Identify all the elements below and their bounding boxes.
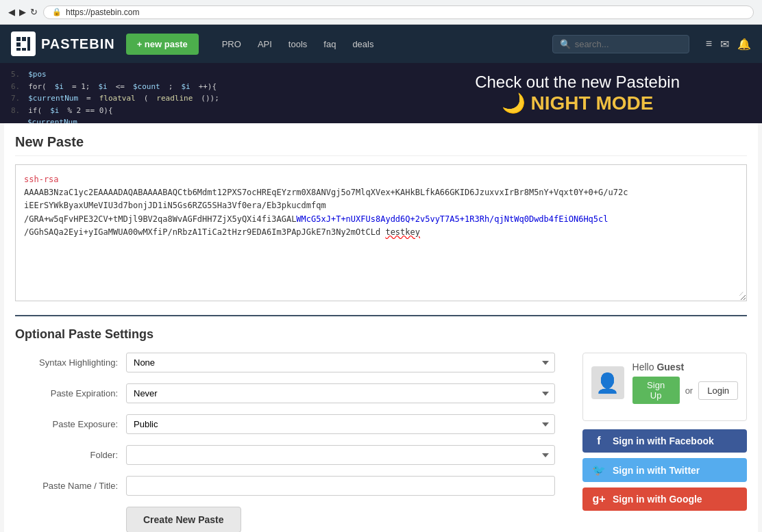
settings-right: 👤 Hello Guest Sign Up or Login <box>582 353 747 532</box>
username: Guest <box>656 362 684 372</box>
new-paste-button[interactable]: + new paste <box>126 34 199 55</box>
nav-tools[interactable]: tools <box>282 36 314 52</box>
or-text: or <box>685 385 693 396</box>
nav-api[interactable]: API <box>251 36 279 52</box>
page-title: New Paste <box>15 134 747 156</box>
expiration-label: Paste Expiration: <box>15 388 118 398</box>
browser-navigation: ◀ ▶ ↻ <box>8 7 38 17</box>
code-content-line2: iEErSYWkByaxUMeVIU3d7bonjJD1iN5Gs6RZG5SH… <box>24 201 326 210</box>
nav-links: PRO API tools faq deals <box>215 36 381 52</box>
folder-label: Folder: <box>15 450 118 460</box>
user-info: Hello Guest Sign Up or Login <box>632 362 738 404</box>
twitter-signin-button[interactable]: 🐦 Sign in with Twitter <box>582 458 747 482</box>
svg-rect-6 <box>22 48 26 51</box>
name-label: Paste Name / Title: <box>15 481 118 491</box>
folder-select[interactable] <box>126 445 555 465</box>
code-content-line4: /GGhSAQa2Eyi+yIGaMWUA00wMXfiP/nRbzA1TiCa… <box>24 227 380 237</box>
code-content-line1: AAAAB3NzaC1yc2EAAAADAQABAAAABAQCtb6Mdmt1… <box>24 188 628 197</box>
google-signin-button[interactable]: g+ Sign in with Google <box>582 487 747 511</box>
browser-bar: ◀ ▶ ↻ 🔒 https://pastebin.com <box>0 0 762 25</box>
code-testkey: testkey <box>385 227 420 237</box>
facebook-signin-button[interactable]: f Sign in with Facebook <box>582 429 747 453</box>
twitter-icon: 🐦 <box>592 464 606 477</box>
settings-layout: Syntax Highlighting: None Paste Expirati… <box>15 353 747 532</box>
syntax-label: Syntax Highlighting: <box>15 357 118 368</box>
logo[interactable]: PASTEBIN <box>11 31 115 56</box>
menu-icon[interactable]: ≡ <box>706 38 712 50</box>
expiration-select[interactable]: Never <box>126 383 555 403</box>
code-content-line3: /GRA+w5qFvHPE32CV+tMDjl9BV2qa8WvAGFdHH7Z… <box>24 214 296 224</box>
name-input[interactable] <box>126 476 555 496</box>
logo-text: PASTEBIN <box>41 36 115 52</box>
exposure-label: Paste Exposure: <box>15 419 118 429</box>
search-box[interactable]: 🔍 <box>552 35 689 53</box>
url-text: https://pastebin.com <box>66 8 139 17</box>
svg-rect-5 <box>16 48 21 51</box>
nav-faq[interactable]: faq <box>317 36 343 52</box>
expiration-row: Paste Expiration: Never <box>15 383 555 403</box>
top-nav: PASTEBIN + new paste PRO API tools faq d… <box>0 25 762 63</box>
mail-icon[interactable]: ✉ <box>720 38 729 51</box>
svg-rect-2 <box>22 37 26 41</box>
svg-rect-1 <box>16 37 21 41</box>
main-content: New Paste ssh-rsa AAAAB3NzaC1yc2EAAAADAQ… <box>4 123 758 532</box>
exposure-select[interactable]: Public <box>126 414 555 434</box>
create-paste-button[interactable]: Create New Paste <box>126 507 241 532</box>
syntax-select[interactable]: None <box>126 353 555 372</box>
code-keyword: ssh-rsa <box>24 175 59 184</box>
exposure-row: Paste Exposure: Public <box>15 414 555 434</box>
hello-text: Hello Guest <box>632 362 738 372</box>
facebook-icon: f <box>592 435 606 447</box>
settings-title: Optional Paste Settings <box>15 327 747 342</box>
search-icon: 🔍 <box>560 39 571 49</box>
svg-rect-7 <box>27 37 30 51</box>
avatar: 👤 <box>591 366 624 399</box>
ssl-lock-icon: 🔒 <box>52 8 62 16</box>
search-input[interactable] <box>575 39 682 49</box>
avatar-icon: 👤 <box>595 372 619 394</box>
banner-text: Check out the new Pastebin 🌙 NIGHT MODE <box>475 73 735 114</box>
svg-rect-3 <box>16 42 21 47</box>
login-button[interactable]: Login <box>698 381 738 400</box>
nav-icons: ≡ ✉ 🔔 <box>706 38 751 51</box>
google-icon: g+ <box>592 493 606 505</box>
banner-subtitle: 🌙 NIGHT MODE <box>475 92 680 114</box>
code-editor[interactable]: ssh-rsa AAAAB3NzaC1yc2EAAAADAQABAAAABAQC… <box>15 164 747 301</box>
google-label: Sign in with Google <box>613 494 702 505</box>
resize-handle[interactable]: ⟋ <box>738 288 745 299</box>
back-icon[interactable]: ◀ <box>8 7 15 17</box>
logo-icon <box>11 31 36 56</box>
nav-pro[interactable]: PRO <box>215 36 248 52</box>
code-blue: WMcG5xJ+T+nUXFUs8Aydd6Q+2v5vyT7A5+1R3Rh/… <box>296 214 608 224</box>
name-row: Paste Name / Title: <box>15 476 555 496</box>
settings-left: Syntax Highlighting: None Paste Expirati… <box>15 353 555 532</box>
twitter-label: Sign in with Twitter <box>613 465 700 476</box>
address-bar[interactable]: 🔒 https://pastebin.com <box>43 5 754 19</box>
banner-title: Check out the new Pastebin <box>475 73 680 92</box>
folder-row: Folder: <box>15 445 555 465</box>
facebook-label: Sign in with Facebook <box>613 435 714 446</box>
signup-button[interactable]: Sign Up <box>632 377 680 404</box>
user-header: 👤 Hello Guest Sign Up or Login <box>591 362 738 404</box>
forward-icon[interactable]: ▶ <box>19 7 26 17</box>
svg-rect-4 <box>22 42 26 47</box>
user-card: 👤 Hello Guest Sign Up or Login <box>582 353 747 421</box>
banner: 5.$pos 6.for($i = 1; $i <= $count; $i++)… <box>0 63 762 123</box>
banner-code: 5.$pos 6.for($i = 1; $i <= $count; $i++)… <box>0 63 315 123</box>
bell-icon[interactable]: 🔔 <box>737 38 751 51</box>
syntax-row: Syntax Highlighting: None <box>15 353 555 372</box>
nav-deals[interactable]: deals <box>345 36 380 52</box>
settings-section: Optional Paste Settings Syntax Highlight… <box>15 315 747 532</box>
user-actions: Sign Up or Login <box>632 377 738 404</box>
refresh-icon[interactable]: ↻ <box>30 7 38 17</box>
submit-row: Create New Paste <box>15 507 555 532</box>
